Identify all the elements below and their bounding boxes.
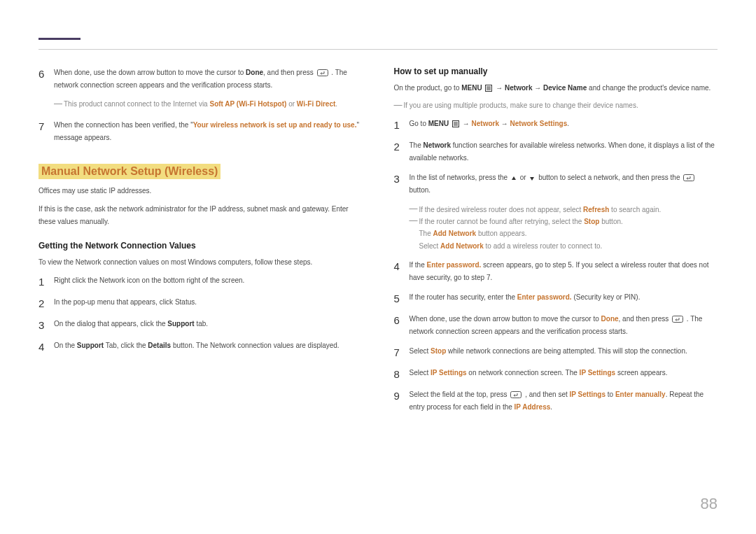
text: button. bbox=[599, 218, 622, 225]
ready-message: Your wireless network is set up and read… bbox=[193, 121, 357, 129]
text: The bbox=[419, 230, 433, 237]
menu-icon bbox=[485, 85, 492, 92]
support-label: Support bbox=[167, 320, 194, 328]
note-softap: ― This product cannot connect to the Int… bbox=[54, 99, 363, 111]
ip-address-label: IP Address bbox=[514, 403, 551, 411]
ip-settings-label: IP Settings bbox=[430, 369, 467, 377]
step-body: The Network function searches for availa… bbox=[410, 139, 718, 164]
step-number: 7 bbox=[394, 345, 410, 360]
header-rule bbox=[38, 49, 718, 50]
text: , and then press bbox=[263, 69, 316, 76]
svg-rect-13 bbox=[511, 391, 522, 398]
refresh-label: Refresh bbox=[583, 206, 609, 213]
text: . bbox=[335, 100, 337, 108]
ip-settings-label: IP Settings bbox=[570, 391, 606, 398]
getting-step-4: 4 On the Support Tab, click the Details … bbox=[38, 339, 363, 354]
howto-step-6: 6 When done, use the down arrow button t… bbox=[394, 313, 718, 338]
paragraph: To view the Network connection values on… bbox=[38, 256, 363, 269]
step-number: 6 bbox=[394, 313, 410, 328]
enter-icon bbox=[672, 316, 683, 323]
note-multiple: ― If you are using multiple products, ma… bbox=[394, 100, 718, 112]
up-icon bbox=[511, 176, 517, 181]
getting-step-2: 2 In the pop-up menu that appears, click… bbox=[38, 296, 363, 311]
text: Tab, click the bbox=[104, 342, 148, 349]
network-label: Network bbox=[472, 120, 499, 127]
columns: 6 When done, use the down arrow button t… bbox=[38, 66, 718, 421]
dash-icon: ― bbox=[54, 99, 64, 110]
step-number: 3 bbox=[38, 318, 54, 332]
step-body: Select the field at the top, press , and… bbox=[410, 388, 718, 414]
text: Go to bbox=[410, 120, 428, 127]
step-body: On the Support Tab, click the Details bu… bbox=[54, 339, 363, 352]
step-body: If the Enter password. screen appears, g… bbox=[410, 259, 718, 284]
paragraph: Offices may use static IP addresses. bbox=[38, 185, 363, 197]
enter-password-label: Enter password. bbox=[517, 293, 572, 301]
text: . bbox=[550, 403, 552, 411]
text: Select the field at the top, press bbox=[410, 391, 510, 398]
add-network-label: Add Network bbox=[433, 230, 477, 237]
text: button appears. bbox=[476, 230, 526, 237]
page: 6 When done, use the down arrow button t… bbox=[0, 0, 756, 534]
text: If the desired wireless router does not … bbox=[419, 206, 584, 213]
howto-step-9: 9 Select the field at the top, press , a… bbox=[394, 388, 718, 414]
howto-step-5: 5 If the router has security, enter the … bbox=[394, 291, 718, 306]
text: or bbox=[286, 100, 296, 108]
details-label: Details bbox=[148, 342, 171, 349]
text: on network connection screen. The bbox=[467, 369, 580, 377]
text: When done, use the down arrow button to … bbox=[410, 315, 601, 323]
howto-step-7: 7 Select Stop while network connections … bbox=[394, 345, 718, 360]
step-number: 1 bbox=[394, 118, 410, 132]
text: function searches for available wireless… bbox=[410, 141, 715, 162]
step-body: When the connection has been verified, t… bbox=[54, 119, 363, 144]
text: Select bbox=[410, 369, 431, 377]
stop-label: Stop bbox=[430, 347, 446, 355]
ip-settings-label: IP Settings bbox=[580, 369, 616, 377]
enter-manually-label: Enter manually bbox=[615, 391, 666, 398]
menu-label: MENU bbox=[428, 120, 449, 127]
text: to add a wireless router to connect to. bbox=[484, 242, 603, 250]
text: tab. bbox=[195, 320, 208, 328]
text: button. The Network connection values ar… bbox=[171, 342, 340, 349]
down-icon bbox=[529, 176, 535, 181]
step-number: 4 bbox=[394, 259, 410, 274]
step-number: 7 bbox=[38, 119, 54, 134]
note-select-addnetwork: Select Add Network to add a wireless rou… bbox=[410, 240, 718, 252]
menu-icon bbox=[452, 120, 459, 127]
header-accent bbox=[38, 38, 80, 40]
howto-step-2: 2 The Network function searches for avai… bbox=[394, 139, 718, 164]
howto-step-4: 4 If the Enter password. screen appears,… bbox=[394, 259, 718, 284]
step-body: When done, use the down arrow button to … bbox=[410, 313, 718, 338]
network-label: Network bbox=[424, 141, 451, 149]
text: or bbox=[520, 174, 528, 181]
svg-marker-10 bbox=[530, 177, 534, 181]
dash-icon: ― bbox=[410, 216, 419, 227]
step-body: When done, use the down arrow button to … bbox=[54, 66, 363, 92]
text: On the product, go to bbox=[394, 84, 462, 92]
left-column: 6 When done, use the down arrow button t… bbox=[38, 66, 363, 421]
text: , and then press bbox=[619, 315, 671, 323]
nested-notes: ― If the desired wireless router does no… bbox=[410, 204, 718, 252]
step-number: 1 bbox=[38, 274, 54, 289]
note-body: If you are using multiple products, make… bbox=[404, 100, 718, 112]
step-body: Go to MENU → Network → Network Settings. bbox=[410, 118, 718, 130]
enter-password-label: Enter password. bbox=[427, 261, 482, 269]
text: On the bbox=[54, 342, 77, 349]
text: If the router cannot be found after retr… bbox=[419, 218, 584, 225]
support-label: Support bbox=[77, 342, 104, 349]
text: to bbox=[606, 391, 615, 398]
enter-icon bbox=[510, 391, 522, 398]
svg-rect-0 bbox=[317, 70, 328, 76]
text: When done, use the down arrow button to … bbox=[54, 69, 246, 76]
step-number: 4 bbox=[38, 339, 54, 354]
step-number: 9 bbox=[394, 388, 410, 403]
step-body: Select Stop while network connections ar… bbox=[410, 345, 718, 358]
add-network-label: Add Network bbox=[440, 242, 484, 250]
text: The bbox=[410, 141, 424, 149]
howto-step-8: 8 Select IP Settings on network connecti… bbox=[394, 367, 718, 381]
svg-marker-9 bbox=[512, 176, 516, 180]
devicename-label: Device Name bbox=[543, 84, 587, 92]
step-number: 2 bbox=[38, 296, 54, 311]
right-column: How to set up manually On the product, g… bbox=[394, 66, 718, 421]
svg-rect-11 bbox=[684, 174, 694, 181]
text: button to select a network, and then pre… bbox=[538, 174, 682, 181]
